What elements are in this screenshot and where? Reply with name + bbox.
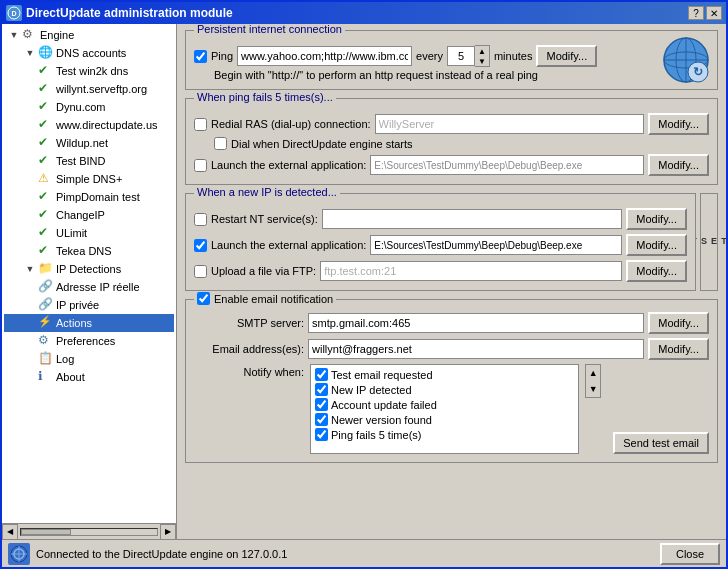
- ftp-checkbox[interactable]: [194, 265, 207, 278]
- ftp-modify-button[interactable]: Modify...: [626, 260, 687, 282]
- notify-item-3-checkbox[interactable]: [315, 413, 328, 426]
- launch-pingfail-checkbox[interactable]: [194, 159, 207, 172]
- ip-private-icon: 🔗: [38, 297, 54, 313]
- sidebar-item-label: IP privée: [56, 299, 99, 311]
- notify-item-4-checkbox[interactable]: [315, 428, 328, 441]
- ping-row: Ping every 5 ▲ ▼ minutes Modify...: [194, 45, 657, 67]
- launch-pingfail-input[interactable]: E:\Sources\TestDummy\Beep\Debug\Beep.exe: [370, 155, 644, 175]
- ok-icon: ✔: [38, 99, 54, 115]
- ok-icon: ✔: [38, 63, 54, 79]
- notify-label: Notify when:: [194, 366, 304, 378]
- launch-pingfail-label: Launch the external application:: [211, 159, 366, 171]
- titlebar-buttons: ? ✕: [688, 6, 722, 20]
- ftp-label: Upload a file via FTP:: [211, 265, 316, 277]
- sidebar-item-label: Actions: [56, 317, 92, 329]
- redial-input[interactable]: WillyServer: [375, 114, 645, 134]
- smtp-input[interactable]: smtp.gmail.com:465: [308, 313, 644, 333]
- launch-row-pingfail: Launch the external application: E:\Sour…: [194, 154, 709, 176]
- help-button[interactable]: ?: [688, 6, 704, 20]
- sidebar-item-testbind[interactable]: ✔ Test BIND: [4, 152, 174, 170]
- sidebar-item-preferences[interactable]: ⚙ Preferences: [4, 332, 174, 350]
- sidebar-item-actions[interactable]: ⚡ Actions: [4, 314, 174, 332]
- sidebar-item-simpledns[interactable]: ⚠ Simple DNS+: [4, 170, 174, 188]
- sidebar-item-ipprivee[interactable]: 🔗 IP privée: [4, 296, 174, 314]
- scroll-left-arrow[interactable]: ◀: [2, 524, 18, 540]
- window-title: DirectUpdate administration module: [26, 6, 233, 20]
- close-button[interactable]: Close: [660, 543, 720, 565]
- scroll-thumb[interactable]: [21, 529, 71, 535]
- sidebar-item-label: Wildup.net: [56, 137, 108, 149]
- sidebar-item-win2k[interactable]: ✔ Test win2k dns: [4, 62, 174, 80]
- sidebar-item-changeip[interactable]: ✔ ChangeIP: [4, 206, 174, 224]
- sidebar-item-label: Engine: [40, 29, 74, 41]
- persistent-section: Persistent internet connection Ping ever…: [185, 30, 718, 90]
- redial-modify-button[interactable]: Modify...: [648, 113, 709, 135]
- ping-hint: Begin with "http://" to perform an http …: [214, 69, 657, 81]
- launch-newip-label: Launch the external application:: [211, 239, 366, 251]
- launch-newip-modify-button[interactable]: Modify...: [626, 234, 687, 256]
- left-panel-wrapper: ▼ ⚙ Engine ▼ 🌐 DNS accounts ✔ Test win2k…: [2, 24, 177, 539]
- restart-checkbox[interactable]: [194, 213, 207, 226]
- sidebar-item-pimpdomain[interactable]: ✔ PimpDomain test: [4, 188, 174, 206]
- ok-icon: ✔: [38, 153, 54, 169]
- sidebar-item-dns[interactable]: ▼ 🌐 DNS accounts: [4, 44, 174, 62]
- send-test-email-button[interactable]: Send test email: [613, 432, 709, 454]
- horizontal-scrollbar[interactable]: ◀ ▶: [2, 523, 176, 539]
- ping-checkbox[interactable]: [194, 50, 207, 63]
- email-section-title: Enable email notification: [214, 293, 333, 305]
- dial-hint-checkbox[interactable]: [214, 137, 227, 150]
- sidebar-item-directupdate[interactable]: ✔ www.directupdate.us: [4, 116, 174, 134]
- restart-input[interactable]: [322, 209, 622, 229]
- titlebar-close-button[interactable]: ✕: [706, 6, 722, 20]
- sidebar-item-engine[interactable]: ▼ ⚙ Engine: [4, 26, 174, 44]
- ping-url-input[interactable]: [237, 46, 412, 66]
- email-modify-button[interactable]: Modify...: [648, 338, 709, 360]
- scroll-right-arrow[interactable]: ▶: [160, 524, 176, 540]
- sidebar-item-dynu[interactable]: ✔ Dynu.com: [4, 98, 174, 116]
- ok-icon: ✔: [38, 81, 54, 97]
- notify-item-0-label: Test email requested: [331, 369, 433, 381]
- spinbox-arrows: ▲ ▼: [475, 45, 490, 67]
- persistent-section-wrapper: Persistent internet connection Ping ever…: [185, 30, 718, 90]
- dial-hint-label: Dial when DirectUpdate engine starts: [214, 137, 709, 150]
- notify-item-1-checkbox[interactable]: [315, 383, 328, 396]
- smtp-modify-button[interactable]: Modify...: [648, 312, 709, 334]
- sidebar-item-about[interactable]: ℹ About: [4, 368, 174, 386]
- sidebar-item-ulimit[interactable]: ✔ ULimit: [4, 224, 174, 242]
- ok-icon: ✔: [38, 207, 54, 223]
- list-scrollbar[interactable]: ▲ ▼: [585, 364, 601, 398]
- sidebar-item-wildup[interactable]: ✔ Wildup.net: [4, 134, 174, 152]
- spin-up[interactable]: ▲: [475, 46, 489, 56]
- redial-checkbox[interactable]: [194, 118, 207, 131]
- email-content: SMTP server: smtp.gmail.com:465 Modify..…: [194, 312, 709, 454]
- notify-item-0-checkbox[interactable]: [315, 368, 328, 381]
- ok-icon: ✔: [38, 225, 54, 241]
- list-scroll-up[interactable]: ▲: [586, 365, 600, 381]
- smtp-label: SMTP server:: [194, 317, 304, 329]
- list-scroll-down[interactable]: ▼: [586, 381, 600, 397]
- ping-interval-input[interactable]: 5: [447, 46, 475, 66]
- list-item: New IP detected: [315, 382, 574, 397]
- ping-modify-button[interactable]: Modify...: [536, 45, 597, 67]
- sidebar-item-ipdetections[interactable]: ▼ 📁 IP Detections: [4, 260, 174, 278]
- spin-down[interactable]: ▼: [475, 56, 489, 66]
- titlebar: D DirectUpdate administration module ? ✕: [2, 2, 726, 24]
- launch-newip-input[interactable]: E:\Sources\TestDummy\Beep\Debug\Beep.exe: [370, 235, 622, 255]
- pref-icon: ⚙: [38, 333, 54, 349]
- email-title-row: Enable email notification: [194, 292, 336, 305]
- sidebar-item-log[interactable]: 📋 Log: [4, 350, 174, 368]
- launch-newip-checkbox[interactable]: [194, 239, 207, 252]
- restart-modify-button[interactable]: Modify...: [626, 208, 687, 230]
- main-content: ▼ ⚙ Engine ▼ 🌐 DNS accounts ✔ Test win2k…: [2, 24, 726, 539]
- launch-pingfail-modify-button[interactable]: Modify...: [648, 154, 709, 176]
- notify-item-2-checkbox[interactable]: [315, 398, 328, 411]
- email-address-input[interactable]: willynt@fraggers.net: [308, 339, 644, 359]
- ok-icon: ✔: [38, 117, 54, 133]
- sidebar-item-adresse[interactable]: 🔗 Adresse IP réelle: [4, 278, 174, 296]
- ok-icon: ✔: [38, 243, 54, 259]
- sidebar-item-tekea[interactable]: ✔ Tekea DNS: [4, 242, 174, 260]
- expand-icon-actions: [22, 315, 38, 331]
- ftp-input[interactable]: ftp.test.com:21: [320, 261, 622, 281]
- email-enable-checkbox[interactable]: [197, 292, 210, 305]
- sidebar-item-willynt[interactable]: ✔ willynt.serveftp.org: [4, 80, 174, 98]
